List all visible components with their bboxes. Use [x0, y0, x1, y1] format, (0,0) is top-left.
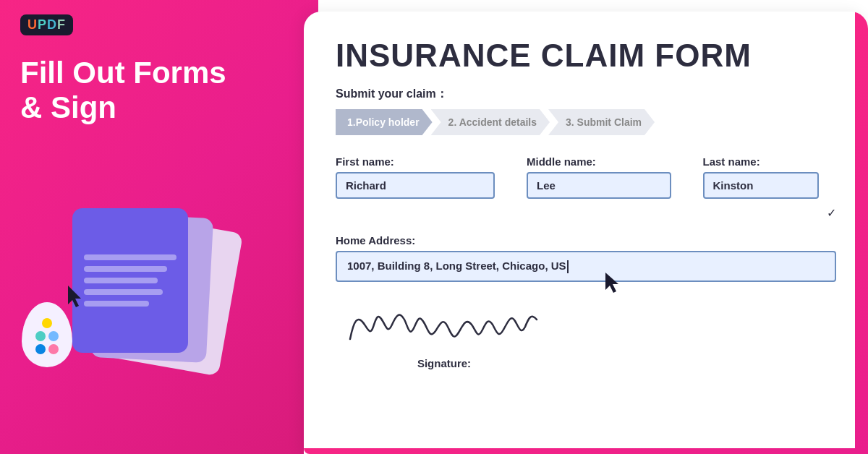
- logo-text: UPDF: [27, 17, 66, 33]
- address-label: Home Address:: [336, 234, 836, 247]
- step-2-label: 2. Accident details: [448, 116, 537, 128]
- headline-line1: Fill Out Forms: [20, 56, 298, 90]
- last-name-input[interactable]: [703, 172, 819, 199]
- updf-logo[interactable]: UPDF: [20, 14, 73, 35]
- address-value: 1007, Building 8, Long Street, Chicago, …: [347, 260, 566, 272]
- form-title: INSURANCE CLAIM FORM: [336, 38, 836, 74]
- checkmark-icon: ✓: [703, 206, 837, 220]
- first-name-label: First name:: [336, 155, 514, 168]
- card-line: [84, 254, 176, 260]
- signature-label: Signature:: [336, 357, 553, 369]
- middle-name-label: Middle name:: [527, 155, 690, 168]
- card-front: [72, 208, 188, 353]
- svg-marker-0: [68, 286, 81, 307]
- address-row: Home Address: 1007, Building 8, Long Str…: [336, 234, 836, 282]
- mouse-cursor-icon: [603, 271, 624, 300]
- first-name-input[interactable]: [336, 172, 495, 199]
- text-cursor: [567, 260, 569, 273]
- card-line: [84, 289, 163, 295]
- form-panel: INSURANCE CLAIM FORM Submit your claim： …: [304, 12, 868, 454]
- dot-pink: [48, 344, 59, 354]
- address-wrapper: 1007, Building 8, Long Street, Chicago, …: [336, 251, 836, 282]
- card-line: [84, 278, 158, 283]
- right-tab: [855, 12, 868, 454]
- left-panel: UPDF Fill Out Forms & Sign: [0, 0, 318, 454]
- middle-name-input[interactable]: [527, 172, 671, 199]
- last-name-group: Last name: ✓: [703, 155, 837, 220]
- step-1-label: 1.Policy holder: [347, 116, 420, 128]
- svg-marker-1: [605, 273, 618, 293]
- bottom-accent: [304, 448, 868, 454]
- middle-name-group: Middle name:: [527, 155, 690, 199]
- dot-blue-light: [48, 331, 59, 341]
- step-3-label: 3. Submit Claim: [566, 116, 642, 128]
- step-1[interactable]: 1.Policy holder: [336, 109, 433, 135]
- first-name-group: First name:: [336, 155, 514, 199]
- headline-line2: & Sign: [20, 90, 298, 125]
- stepper: 1.Policy holder 2. Accident details 3. S…: [336, 109, 836, 135]
- dot-green: [35, 331, 46, 341]
- step-2[interactable]: 2. Accident details: [431, 109, 550, 135]
- signature-area: Signature:: [336, 299, 836, 369]
- signature-graphic: [336, 299, 553, 350]
- cursor-icon: [65, 284, 87, 313]
- dot-blue-dark: [35, 344, 46, 354]
- submit-label: Submit your claim：: [336, 87, 836, 102]
- last-name-label: Last name:: [703, 155, 837, 168]
- step-3[interactable]: 3. Submit Claim: [548, 109, 655, 135]
- card-line: [84, 266, 167, 272]
- card-line: [84, 301, 149, 307]
- address-field[interactable]: 1007, Building 8, Long Street, Chicago, …: [336, 251, 836, 282]
- dot-yellow: [42, 318, 52, 328]
- name-fields-row: First name: Middle name: Last name: ✓: [336, 155, 836, 220]
- headline: Fill Out Forms & Sign: [20, 56, 298, 126]
- decorative-cards: [58, 208, 275, 411]
